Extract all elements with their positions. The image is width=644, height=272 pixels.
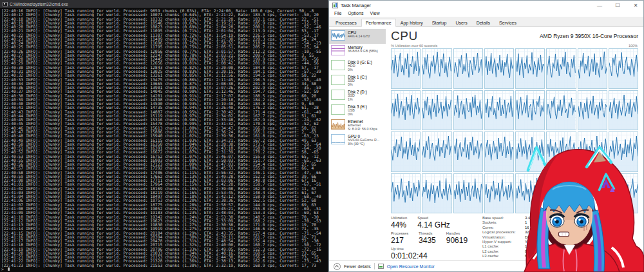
sidebar-item-text: Disk 2 (D:)SSD1% [348, 90, 367, 102]
terminal-prompt[interactable]: > [1, 267, 327, 271]
maximize-icon[interactable]: ☐ [610, 1, 625, 10]
cpu-core-graph-5[interactable] [546, 48, 576, 89]
desktop: C:\Windows\system32\cmd.exe [22:40:16 IN… [0, 0, 644, 272]
terminal-window: C:\Windows\system32\cmd.exe [22:40:16 IN… [0, 0, 328, 272]
stat-label: Speed [417, 216, 450, 220]
cpu-core-graph-4[interactable] [515, 48, 545, 89]
cpu-panel-header: CPU AMD Ryzen 9 3950X 16-Core Processor [391, 29, 638, 43]
sidebar-item-disk-2-d-[interactable]: Disk 2 (D:)SSD1% [329, 88, 386, 103]
tab-services[interactable]: Services [495, 19, 521, 27]
cpu-core-graph-2[interactable] [453, 48, 483, 89]
stats-row: Processes217Threads3435Handles90619 [391, 231, 482, 245]
terminal-titlebar[interactable]: C:\Windows\system32\cmd.exe [0, 0, 328, 8]
task-manager-icon [332, 3, 338, 8]
cpu-core-graph-15[interactable] [609, 90, 638, 131]
cpu-core-graph-13[interactable] [546, 90, 576, 131]
sidebar-item-detail: S: 8.0 R: 56.0 Kbps [348, 128, 377, 131]
stat-label: L3 cache: [482, 254, 525, 258]
menu-bar: FileOptionsView [329, 10, 643, 17]
stat-handles: Handles90619 [446, 231, 468, 245]
cpu-core-graph-11[interactable] [484, 90, 514, 131]
open-resource-monitor-link[interactable]: Open Resource Monitor [387, 264, 435, 269]
sidebar-item-text: GPU 0NVIDIA GeForce R...3% (39 °C) [348, 134, 379, 146]
task-manager-titlebar[interactable]: Task Manager — ☐ ✕ [329, 1, 643, 10]
cpu-core-graph-14[interactable] [578, 90, 607, 131]
cpu-core-graph-6[interactable] [578, 48, 607, 89]
minimize-icon[interactable]: — [592, 1, 607, 10]
stat-value: 217 [391, 236, 408, 245]
sidebar-item-cpu[interactable]: CPU44% 4.14 GHz [329, 29, 386, 44]
stat-label: Base speed: [482, 216, 525, 220]
cpu-core-graph-27[interactable] [484, 173, 514, 214]
fewer-details-button[interactable]: Fewer details [344, 264, 371, 269]
cpu-core-graph-8[interactable] [391, 90, 421, 131]
stat-label: Logical processors: [482, 230, 525, 235]
memory-thumbnail-icon [331, 45, 345, 55]
cpu-stats-dynamic: Utilization44%Speed4.14 GHzProcesses217T… [391, 216, 482, 260]
cpu-core-graph-24[interactable] [391, 173, 421, 214]
graph-max-label: 100% [629, 44, 638, 48]
processor-name: AMD Ryzen 9 3950X 16-Core Processor [540, 33, 638, 39]
terminal-output: [22:40:16 INFO]: [Chunky] Task running f… [0, 8, 328, 271]
chevron-up-circle-icon [334, 263, 341, 270]
sidebar-item-gpu-0[interactable]: GPU 0NVIDIA GeForce R...3% (39 °C) [329, 133, 386, 148]
stat-threads: Threads3435 [419, 231, 436, 245]
cpu-core-graph-7[interactable] [609, 48, 638, 89]
cpu-core-graph-16[interactable] [391, 131, 421, 172]
tab-app-history[interactable]: App history [396, 19, 428, 27]
stat-label: Handles [446, 231, 468, 235]
stat-speed: Speed4.14 GHz [417, 216, 450, 229]
stat-value: 44% [391, 220, 407, 229]
cpu-core-graph-25[interactable] [422, 173, 451, 214]
sidebar-item-detail: 1% [348, 98, 367, 102]
stat-utilization: Utilization44% [391, 216, 407, 229]
cpu-core-graph-17[interactable] [422, 131, 451, 172]
sidebar-item-memory[interactable]: Memory36.8/63.9 GB (58%) [329, 44, 386, 59]
stat-label: Virtualization: [482, 235, 525, 240]
cpu-core-graph-18[interactable] [453, 131, 483, 172]
stat-label: Utilization [391, 216, 407, 220]
tab-processes[interactable]: Processes [331, 19, 361, 27]
menu-file[interactable]: File [331, 11, 345, 15]
sidebar-item-disk-3-h-[interactable]: Disk 3 (H:)USB0% [329, 103, 386, 118]
cpu-core-graph-12[interactable] [515, 90, 545, 131]
menu-options[interactable]: Options [345, 11, 366, 15]
cpu-core-graph-9[interactable] [422, 90, 451, 131]
tab-performance[interactable]: Performance [361, 19, 396, 27]
cpu-core-graph-26[interactable] [453, 173, 483, 214]
stat-label: Threads [419, 231, 436, 235]
cpu-core-graph-19[interactable] [484, 131, 514, 172]
cpu-core-graph-0[interactable] [391, 48, 421, 89]
stat-label: Processes [391, 231, 408, 235]
tab-users[interactable]: Users [451, 19, 471, 27]
tab-details[interactable]: Details [472, 19, 495, 27]
disk-thumbnail-icon [331, 60, 345, 70]
sidebar-item-detail: 3% (39 °C) [348, 142, 379, 146]
stat-label: L2 cache: [482, 249, 525, 254]
ethernet-thumbnail-icon [331, 119, 345, 130]
window-title: Task Manager [341, 3, 589, 8]
cpu-core-graph-10[interactable] [453, 90, 483, 131]
close-icon[interactable]: ✕ [628, 1, 643, 10]
sidebar-item-disk-0-g-e-[interactable]: Disk 0 (G: E:)HDD0% [329, 59, 386, 73]
page-title: CPU [391, 29, 418, 43]
stat-value: 90619 [446, 236, 468, 245]
log-line: [22:41:23 INFO]: [Chunky] Task running f… [1, 264, 327, 267]
sidebar-item-text: EthernetEthernetS: 8.0 R: 56.0 Kbps [348, 119, 377, 131]
sidebar-item-ethernet[interactable]: EthernetEthernetS: 8.0 R: 56.0 Kbps [329, 118, 386, 133]
tab-startup[interactable]: Startup [428, 19, 451, 27]
disk-thumbnail-icon [331, 104, 345, 115]
disk-thumbnail-icon [331, 75, 345, 85]
cpu-thumbnail-icon [331, 30, 345, 41]
anime-character-overlay [522, 143, 644, 272]
stat-value: 0:01:02:44 [391, 251, 428, 260]
sidebar-item-detail: 0% [348, 68, 372, 72]
menu-view[interactable]: View [366, 11, 383, 15]
cpu-core-graph-3[interactable] [484, 48, 514, 89]
graph-axis-labels: % Utilization over 60 seconds 100% [391, 44, 638, 48]
sidebar-item-detail: 36.8/63.9 GB (58%) [348, 50, 378, 53]
cpu-core-graph-1[interactable] [422, 48, 451, 89]
sidebar-item-text: Disk 0 (G: E:)HDD0% [348, 60, 372, 72]
sidebar-item-disk-1-c-[interactable]: Disk 1 (C:)SSD0% [329, 73, 386, 88]
sidebar-item-detail: 44% 4.14 GHz [348, 35, 370, 39]
